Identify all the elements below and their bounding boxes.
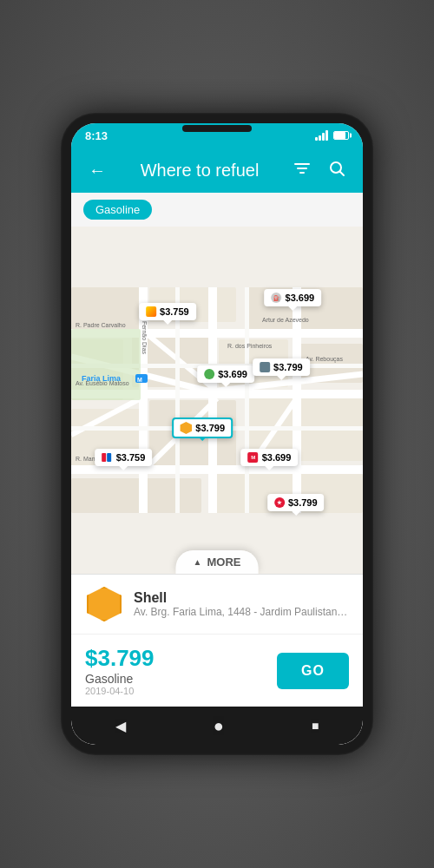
station-name: Shell — [134, 590, 349, 606]
svg-text:M: M — [137, 377, 142, 383]
svg-text:Av. Rebouças: Av. Rebouças — [306, 356, 343, 363]
map-pin-2[interactable]: ⛽ $3.699 — [265, 289, 322, 306]
filter-button[interactable] — [290, 161, 314, 179]
gasoline-chip[interactable]: Gasoline — [83, 200, 152, 220]
more-button[interactable]: ▲ MORE — [176, 550, 259, 574]
svg-rect-33 — [245, 287, 249, 513]
svg-text:Faria Lima: Faria Lima — [82, 374, 122, 383]
svg-text:R. Padre Carvalho: R. Padre Carvalho — [76, 322, 126, 328]
station-address: Av. Brg. Faria Lima, 1448 - Jardim Pauli… — [134, 606, 349, 618]
map-container[interactable]: R. Padre Carvalho Av. Eusébio Matoso R. … — [71, 227, 363, 574]
price-info: $3.799 Gasoline 2019-04-10 — [85, 645, 155, 696]
map-pin-1[interactable]: $3.759 — [139, 303, 196, 320]
search-button[interactable] — [325, 160, 349, 181]
map-pin-6[interactable]: $3.759 — [95, 449, 153, 466]
nav-recents-icon[interactable]: ■ — [312, 719, 319, 733]
back-button[interactable]: ← — [85, 161, 109, 181]
svg-line-4 — [340, 171, 345, 175]
map-pin-4[interactable]: $3.799 — [253, 358, 310, 376]
nav-bar: ◀ ● ■ — [71, 707, 363, 745]
svg-text:R. dos Pinheiros: R. dos Pinheiros — [227, 343, 273, 349]
fuel-date: 2019-04-10 — [85, 686, 155, 696]
map-pin-7[interactable]: M $3.699 — [241, 449, 299, 466]
nav-home-icon[interactable]: ● — [214, 716, 224, 736]
svg-text:Artur de Azevedo: Artur de Azevedo — [262, 317, 309, 323]
svg-rect-16 — [71, 478, 201, 513]
filter-bar: Gasoline — [71, 193, 363, 227]
bottom-card: Shell Av. Brg. Faria Lima, 1448 - Jardim… — [71, 574, 363, 707]
svg-rect-32 — [175, 287, 180, 513]
price-display: $3.799 — [85, 645, 155, 672]
app-bar: ← Where to refuel — [71, 148, 363, 193]
map-pin-3[interactable]: $3.699 — [197, 365, 254, 383]
svg-rect-34 — [71, 329, 141, 400]
more-label: MORE — [207, 556, 240, 569]
station-details: Shell Av. Brg. Faria Lima, 1448 - Jardim… — [134, 590, 349, 618]
status-icons — [315, 130, 349, 141]
station-info: Shell Av. Brg. Faria Lima, 1448 - Jardim… — [71, 575, 363, 635]
status-time: 8:13 — [85, 129, 108, 142]
map-pin-5-shell[interactable]: $3.799 — [172, 418, 233, 438]
map-svg: R. Padre Carvalho Av. Eusébio Matoso R. … — [71, 227, 363, 574]
fuel-type: Gasoline — [85, 672, 155, 686]
go-button[interactable]: GO — [277, 653, 349, 689]
battery-icon — [333, 131, 349, 140]
map-pin-8[interactable]: $3.799 — [267, 494, 325, 511]
station-logo — [87, 587, 122, 621]
page-title: Where to refuel — [120, 161, 279, 181]
price-row: $3.799 Gasoline 2019-04-10 GO — [71, 635, 363, 707]
signal-icon — [315, 130, 328, 141]
nav-back-icon[interactable]: ◀ — [115, 718, 126, 734]
